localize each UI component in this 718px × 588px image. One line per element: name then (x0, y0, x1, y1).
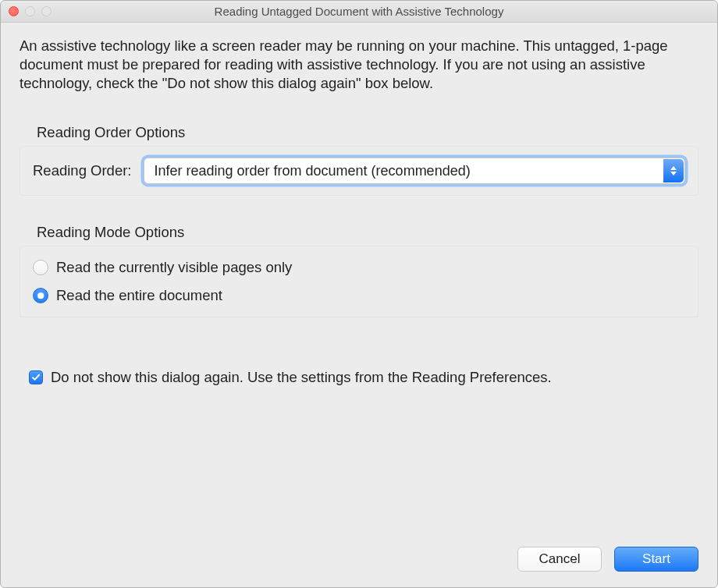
reading-order-label: Reading Order: (33, 162, 131, 179)
titlebar: Reading Untagged Document with Assistive… (1, 1, 717, 23)
reading-order-select[interactable]: Infer reading order from document (recom… (144, 158, 685, 184)
reading-order-section-label: Reading Order Options (37, 124, 698, 141)
close-icon[interactable] (9, 6, 19, 16)
button-row: Cancel Start (20, 547, 698, 572)
description-text: An assistive technology like a screen re… (20, 37, 698, 93)
maximize-icon (41, 6, 52, 16)
chevron-updown-icon (663, 159, 684, 182)
radio-icon-checked (33, 288, 48, 303)
do-not-show-checkbox-row[interactable]: Do not show this dialog again. Use the s… (29, 369, 698, 386)
reading-order-selected-value: Infer reading order from document (recom… (154, 163, 470, 179)
minimize-icon (25, 6, 35, 16)
window-title: Reading Untagged Document with Assistive… (1, 5, 717, 18)
reading-order-section: Reading Order: Infer reading order from … (20, 146, 698, 196)
cancel-button-label: Cancel (539, 551, 581, 567)
start-button-label: Start (642, 551, 670, 567)
radio-visible-pages[interactable]: Read the currently visible pages only (33, 259, 685, 276)
radio-visible-pages-label: Read the currently visible pages only (56, 259, 292, 276)
radio-icon-unchecked (33, 260, 48, 275)
radio-entire-document-label: Read the entire document (56, 287, 222, 304)
reading-mode-section: Read the currently visible pages only Re… (20, 246, 698, 317)
reading-order-row: Reading Order: Infer reading order from … (33, 158, 685, 184)
dialog-content: An assistive technology like a screen re… (1, 23, 717, 587)
do-not-show-label: Do not show this dialog again. Use the s… (51, 369, 552, 386)
radio-entire-document[interactable]: Read the entire document (33, 287, 685, 304)
traffic-lights (9, 6, 52, 16)
dialog-window: Reading Untagged Document with Assistive… (0, 0, 718, 588)
checkbox-checked-icon (29, 370, 43, 384)
cancel-button[interactable]: Cancel (517, 547, 602, 572)
start-button[interactable]: Start (614, 547, 698, 572)
reading-mode-section-label: Reading Mode Options (37, 224, 698, 241)
